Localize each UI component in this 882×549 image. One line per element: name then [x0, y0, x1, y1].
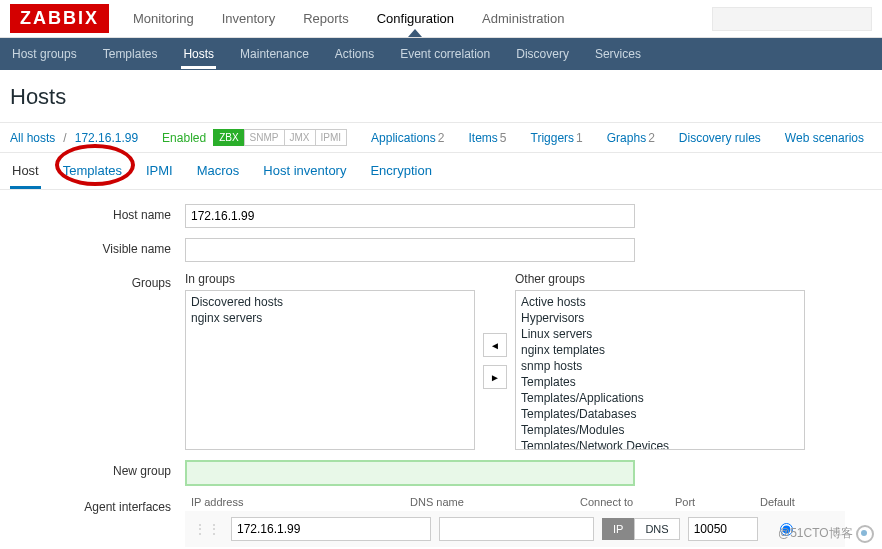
count-graphs: 2 [648, 131, 655, 145]
tab-macros[interactable]: Macros [195, 153, 242, 189]
label-new-group: New group [10, 460, 185, 478]
listbox-other-groups[interactable]: Active hosts Hypervisors Linux servers n… [515, 290, 805, 450]
input-interface-dns[interactable] [439, 517, 594, 541]
subnav-templates[interactable]: Templates [101, 39, 160, 69]
badge-zbx: ZBX [213, 129, 244, 146]
topnav-inventory[interactable]: Inventory [218, 1, 279, 36]
tab-encryption[interactable]: Encryption [368, 153, 433, 189]
host-status: Enabled [162, 131, 206, 145]
input-interface-port[interactable] [688, 517, 758, 541]
tab-host[interactable]: Host [10, 153, 41, 189]
topnav-reports[interactable]: Reports [299, 1, 353, 36]
input-interface-ip[interactable] [231, 517, 431, 541]
subnav-maintenance[interactable]: Maintenance [238, 39, 311, 69]
topnav-configuration[interactable]: Configuration [373, 1, 458, 36]
count-applications: 2 [438, 131, 445, 145]
list-item[interactable]: nginx servers [191, 310, 469, 326]
list-item[interactable]: Templates [521, 374, 799, 390]
sub-nav: Host groups Templates Hosts Maintenance … [0, 38, 882, 70]
move-right-button[interactable]: ► [483, 365, 507, 389]
toggle-connect-ip[interactable]: IP [602, 518, 634, 540]
input-new-group[interactable] [185, 460, 635, 486]
availability-badges: ZBX SNMP JMX IPMI [214, 129, 347, 146]
label-host-name: Host name [10, 204, 185, 222]
host-tabs: Host Templates IPMI Macros Host inventor… [0, 153, 882, 190]
subnav-hosts[interactable]: Hosts [181, 39, 216, 69]
link-graphs[interactable]: Graphs [607, 131, 646, 145]
list-item[interactable]: snmp hosts [521, 358, 799, 374]
badge-jmx: JMX [284, 129, 316, 146]
label-in-groups: In groups [185, 272, 475, 286]
link-applications[interactable]: Applications [371, 131, 436, 145]
move-left-button[interactable]: ◄ [483, 333, 507, 357]
host-form: Host name Visible name Groups In groups … [0, 190, 882, 549]
subnav-actions[interactable]: Actions [333, 39, 376, 69]
header-connect-to: Connect to [580, 496, 675, 508]
list-item[interactable]: Linux servers [521, 326, 799, 342]
breadcrumb-separator: / [63, 131, 66, 145]
subnav-discovery[interactable]: Discovery [514, 39, 571, 69]
count-triggers: 1 [576, 131, 583, 145]
link-discovery-rules[interactable]: Discovery rules [679, 131, 761, 145]
list-item[interactable]: Discovered hosts [191, 294, 469, 310]
header-default: Default [760, 496, 820, 508]
label-other-groups: Other groups [515, 272, 805, 286]
header-dns-name: DNS name [410, 496, 580, 508]
badge-snmp: SNMP [244, 129, 285, 146]
search-input[interactable] [712, 7, 872, 31]
listbox-in-groups[interactable]: Discovered hosts nginx servers [185, 290, 475, 450]
input-host-name[interactable] [185, 204, 635, 228]
subnav-event-correlation[interactable]: Event correlation [398, 39, 492, 69]
radio-interface-default[interactable] [780, 523, 793, 536]
list-item[interactable]: Active hosts [521, 294, 799, 310]
toggle-connect-dns[interactable]: DNS [634, 518, 679, 540]
count-items: 5 [500, 131, 507, 145]
interface-row: ⋮⋮ IP DNS [185, 511, 845, 547]
subnav-services[interactable]: Services [593, 39, 643, 69]
header-port: Port [675, 496, 760, 508]
page-title: Hosts [0, 70, 882, 122]
link-web-scenarios[interactable]: Web scenarios [785, 131, 864, 145]
top-nav: Monitoring Inventory Reports Configurati… [129, 1, 712, 36]
list-item[interactable]: nginx templates [521, 342, 799, 358]
label-agent-interfaces: Agent interfaces [10, 496, 185, 514]
drag-handle-icon[interactable]: ⋮⋮ [191, 521, 223, 537]
list-item[interactable]: Templates/Applications [521, 390, 799, 406]
breadcrumb-all-hosts[interactable]: All hosts [10, 131, 55, 145]
tab-templates[interactable]: Templates [61, 153, 124, 189]
input-visible-name[interactable] [185, 238, 635, 262]
list-item[interactable]: Templates/Modules [521, 422, 799, 438]
topnav-monitoring[interactable]: Monitoring [129, 1, 198, 36]
label-groups: Groups [10, 272, 185, 290]
list-item[interactable]: Hypervisors [521, 310, 799, 326]
logo[interactable]: ZABBIX [10, 4, 109, 33]
tab-host-inventory[interactable]: Host inventory [261, 153, 348, 189]
breadcrumb-host[interactable]: 172.16.1.99 [75, 131, 138, 145]
list-item[interactable]: Templates/Network Devices [521, 438, 799, 450]
label-visible-name: Visible name [10, 238, 185, 256]
topnav-administration[interactable]: Administration [478, 1, 568, 36]
link-triggers[interactable]: Triggers [531, 131, 575, 145]
subnav-host-groups[interactable]: Host groups [10, 39, 79, 69]
header-ip-address: IP address [185, 496, 410, 508]
link-items[interactable]: Items [468, 131, 497, 145]
badge-ipmi: IPMI [315, 129, 348, 146]
list-item[interactable]: Templates/Databases [521, 406, 799, 422]
tab-ipmi[interactable]: IPMI [144, 153, 175, 189]
breadcrumb: All hosts / 172.16.1.99 Enabled ZBX SNMP… [0, 122, 882, 153]
